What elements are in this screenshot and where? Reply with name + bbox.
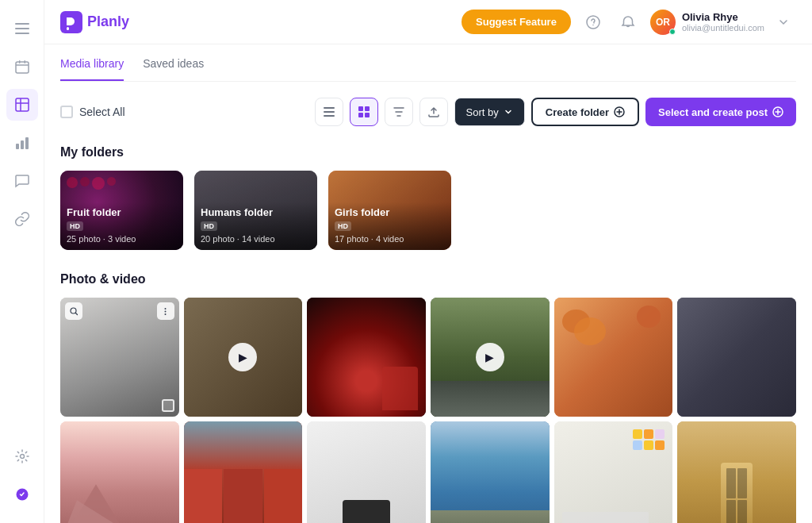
folder-humans-name: Humans folder bbox=[201, 206, 311, 218]
tab-media-library[interactable]: Media library bbox=[60, 57, 124, 81]
photos-grid: ▶ ▶ bbox=[60, 298, 796, 523]
svg-rect-17 bbox=[324, 111, 335, 113]
svg-rect-9 bbox=[25, 137, 29, 149]
svg-rect-0 bbox=[15, 23, 29, 25]
folder-girls-badge: HD bbox=[335, 221, 445, 231]
svg-point-26 bbox=[165, 308, 167, 310]
toolbar: Select All bbox=[60, 98, 796, 126]
tabs: Media library Saved ideas bbox=[60, 44, 796, 82]
svg-rect-6 bbox=[16, 98, 29, 111]
svg-rect-18 bbox=[324, 115, 335, 117]
photos-section-title: Photo & video bbox=[60, 272, 796, 286]
folders-section-title: My folders bbox=[60, 145, 796, 160]
sidebar-bottom bbox=[6, 440, 38, 510]
svg-point-27 bbox=[165, 310, 167, 312]
photo-item-1[interactable] bbox=[60, 298, 179, 417]
sidebar-media-icon[interactable] bbox=[6, 89, 38, 121]
folder-fruit-badge: HD bbox=[67, 221, 177, 231]
logo: Planly bbox=[60, 11, 129, 33]
sidebar-analytics-icon[interactable] bbox=[6, 127, 38, 159]
photo-item-2[interactable]: ▶ bbox=[184, 298, 303, 417]
svg-rect-1 bbox=[15, 28, 29, 29]
folder-girls-badge-icon: HD bbox=[335, 221, 351, 231]
svg-rect-7 bbox=[16, 144, 19, 149]
folder-overlay-humans: Humans folder HD 20 photo · 14 video bbox=[194, 171, 317, 250]
folder-overlay-girls: Girls folder HD 17 photo · 4 video bbox=[328, 171, 451, 250]
photo-item-3[interactable] bbox=[307, 298, 426, 417]
photo-item-4[interactable]: ▶ bbox=[431, 298, 550, 417]
folder-humans-badge: HD bbox=[201, 221, 311, 231]
photo-item-9[interactable] bbox=[307, 421, 426, 523]
list-view-button[interactable] bbox=[315, 98, 343, 126]
avatar: OR bbox=[650, 10, 676, 35]
photo-item-12[interactable] bbox=[677, 421, 796, 523]
svg-rect-5 bbox=[24, 60, 25, 63]
suggest-feature-button[interactable]: Suggest Feature bbox=[462, 10, 571, 34]
svg-rect-20 bbox=[365, 106, 370, 111]
topnav-right: Suggest Feature OR bbox=[462, 10, 796, 35]
svg-point-25 bbox=[71, 308, 76, 313]
select-all-label[interactable]: Select All bbox=[60, 106, 125, 118]
photo-item-6[interactable] bbox=[677, 298, 796, 417]
user-email: olivia@untitledui.com bbox=[682, 23, 764, 33]
user-chevron-icon[interactable] bbox=[771, 10, 796, 35]
notifications-icon[interactable] bbox=[615, 10, 641, 35]
folder-humans-badge-icon: HD bbox=[201, 221, 217, 231]
select-all-checkbox[interactable] bbox=[60, 106, 73, 118]
sort-by-button[interactable]: Sort by bbox=[454, 98, 525, 126]
svg-rect-4 bbox=[19, 60, 21, 63]
filter-button[interactable] bbox=[385, 98, 413, 126]
folder-girls-meta: 17 photo · 4 video bbox=[335, 234, 445, 244]
svg-rect-13 bbox=[67, 27, 69, 30]
sidebar-apps-icon[interactable] bbox=[6, 479, 38, 510]
avatar-initials: OR bbox=[656, 17, 670, 28]
svg-rect-8 bbox=[21, 140, 24, 149]
select-create-post-button[interactable]: Select and create post bbox=[645, 98, 796, 126]
folder-humans[interactable]: Humans folder HD 20 photo · 14 video bbox=[194, 171, 317, 250]
folders-grid: Fruit folder HD 25 photo · 3 video Human… bbox=[60, 171, 796, 250]
sidebar bbox=[0, 0, 44, 523]
folder-fruit-name: Fruit folder bbox=[67, 206, 177, 218]
video-play-btn-4[interactable]: ▶ bbox=[476, 343, 504, 371]
svg-point-10 bbox=[20, 455, 24, 459]
photo-item-7[interactable] bbox=[60, 421, 179, 523]
photo-item-8[interactable] bbox=[184, 421, 303, 523]
sidebar-links-icon[interactable] bbox=[6, 203, 38, 235]
folder-girls-name: Girls folder bbox=[335, 206, 445, 218]
user-section[interactable]: OR Olivia Rhye olivia@untitledui.com bbox=[650, 10, 796, 35]
logo-text: Planly bbox=[87, 13, 129, 30]
tab-saved-ideas[interactable]: Saved ideas bbox=[143, 57, 204, 81]
folder-overlay-fruit: Fruit folder HD 25 photo · 3 video bbox=[60, 171, 183, 250]
photo-search-action[interactable] bbox=[65, 302, 82, 320]
folder-fruit-badge-icon: HD bbox=[67, 221, 83, 231]
photo-more-action[interactable] bbox=[157, 302, 174, 320]
folder-fruit[interactable]: Fruit folder HD 25 photo · 3 video bbox=[60, 171, 183, 250]
sidebar-settings-icon[interactable] bbox=[6, 440, 38, 472]
folder-girls[interactable]: Girls folder HD 17 photo · 4 video bbox=[328, 171, 451, 250]
svg-rect-21 bbox=[358, 113, 363, 117]
topnav: Planly Suggest Feature OR bbox=[44, 0, 812, 44]
upload-button[interactable] bbox=[419, 98, 448, 126]
main-content: Planly Suggest Feature OR bbox=[44, 0, 812, 523]
toolbar-right: Sort by Create folder Select and create … bbox=[315, 98, 796, 126]
svg-point-15 bbox=[592, 24, 594, 25]
folder-fruit-meta: 25 photo · 3 video bbox=[67, 234, 177, 244]
photo-item-11[interactable] bbox=[554, 421, 673, 523]
svg-rect-22 bbox=[365, 113, 370, 117]
svg-rect-16 bbox=[324, 107, 335, 109]
photo-checkbox-1[interactable] bbox=[162, 399, 174, 412]
content-area: Media library Saved ideas Select All bbox=[44, 44, 812, 523]
svg-rect-3 bbox=[16, 62, 29, 73]
user-name: Olivia Rhye bbox=[682, 11, 764, 23]
svg-point-14 bbox=[587, 16, 599, 29]
sidebar-calendar-icon[interactable] bbox=[6, 51, 38, 83]
svg-rect-2 bbox=[15, 33, 29, 34]
sidebar-chat-icon[interactable] bbox=[6, 165, 38, 197]
photo-item-5[interactable] bbox=[554, 298, 673, 417]
grid-view-button[interactable] bbox=[350, 98, 378, 126]
create-folder-button[interactable]: Create folder bbox=[531, 98, 639, 126]
sidebar-menu-icon[interactable] bbox=[6, 13, 38, 44]
video-play-btn-2[interactable]: ▶ bbox=[228, 343, 257, 371]
help-icon[interactable] bbox=[580, 10, 606, 35]
photo-item-10[interactable] bbox=[431, 421, 550, 523]
